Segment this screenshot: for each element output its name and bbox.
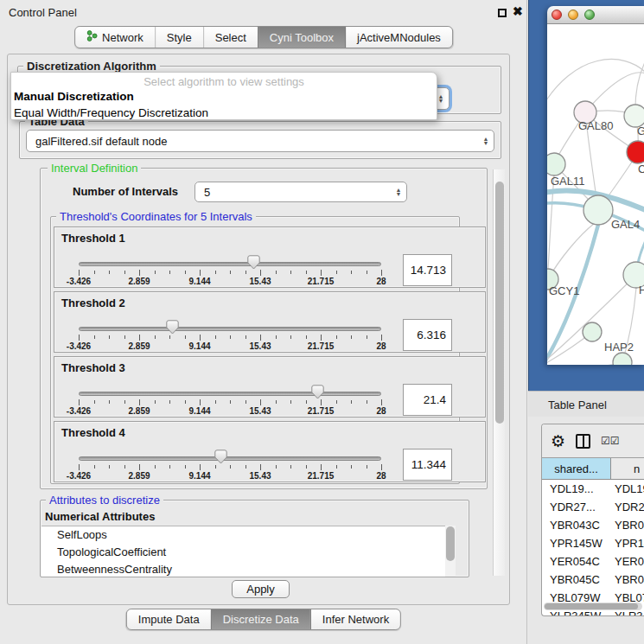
slider-tick bbox=[230, 465, 231, 469]
attributes-scrollbar[interactable] bbox=[445, 526, 456, 577]
slider-tick-label: 28 bbox=[376, 471, 386, 481]
gear-icon[interactable]: ⚙ bbox=[551, 433, 565, 450]
attributes-scrollbar-thumb[interactable] bbox=[446, 526, 455, 561]
table-row[interactable]: YBR043CYBR043C bbox=[542, 516, 644, 534]
table-row[interactable]: YER054CYER054C bbox=[542, 552, 644, 571]
slider-track[interactable] bbox=[79, 327, 381, 331]
bottom-tab-discretize-data[interactable]: Discretize Data bbox=[211, 609, 310, 629]
slider-tick-label: 2.859 bbox=[128, 471, 150, 481]
slider-tick bbox=[230, 400, 231, 404]
discretization-algorithm-title: Discretization Algorithm bbox=[23, 60, 160, 73]
threshold-panel-2: Threshold 2-3.4262.8599.14415.4321.71528… bbox=[54, 291, 486, 353]
slider-tick bbox=[169, 465, 170, 469]
float-window-icon[interactable] bbox=[498, 9, 507, 17]
slider-track[interactable] bbox=[79, 456, 381, 461]
bottom-tab-infer-network[interactable]: Infer Network bbox=[310, 609, 400, 629]
slider-track[interactable] bbox=[79, 262, 381, 266]
panel-scrollbar[interactable] bbox=[493, 169, 505, 576]
tab-cyni-toolbox[interactable]: Cyni Toolbox bbox=[258, 27, 345, 48]
cell-name: YPR145W bbox=[611, 534, 644, 552]
threshold-value-field[interactable]: 11.344 bbox=[403, 449, 452, 481]
close-traffic-light-icon[interactable] bbox=[552, 10, 562, 20]
cell-name: YDL19 bbox=[611, 480, 644, 498]
slider-thumb[interactable] bbox=[247, 255, 260, 270]
threshold-value-field[interactable]: 21.4 bbox=[403, 384, 452, 416]
attribute-item[interactable]: TopologicalCoefficient bbox=[41, 544, 445, 561]
slider-thumb[interactable] bbox=[214, 450, 227, 464]
zoom-traffic-light-icon[interactable] bbox=[584, 10, 595, 20]
slider-thumb[interactable] bbox=[166, 320, 179, 335]
table-row[interactable]: YPR145WYPR145W bbox=[542, 534, 644, 552]
tab-style[interactable]: Style bbox=[155, 27, 203, 48]
attribute-item[interactable]: SelfLoops bbox=[41, 526, 445, 544]
slider-tick bbox=[381, 335, 382, 341]
slider-tick-label: 28 bbox=[376, 341, 386, 351]
table-row[interactable]: YDL19...YDL19 bbox=[542, 480, 644, 498]
algorithm-option-equal-width-frequency-discretization[interactable]: Equal Width/Frequency Discretization bbox=[11, 105, 437, 120]
network-window-titlebar[interactable] bbox=[547, 6, 644, 24]
slider-track[interactable] bbox=[79, 392, 381, 396]
threshold-value-field[interactable]: 14.713 bbox=[403, 254, 452, 286]
tab-label: Impute Data bbox=[138, 613, 200, 626]
slider-tick bbox=[109, 335, 110, 339]
slider-tick bbox=[155, 335, 156, 339]
table-panel-header: Table Panel bbox=[528, 391, 644, 417]
column-layout-icon[interactable] bbox=[576, 434, 590, 449]
slider-tick bbox=[306, 465, 307, 469]
slider-tick bbox=[306, 400, 307, 404]
network-node-partial[interactable] bbox=[613, 353, 632, 365]
network-node-GAL11[interactable] bbox=[547, 153, 565, 175]
slider-tick-label: 15.43 bbox=[249, 471, 271, 481]
slider-tick-label: 28 bbox=[376, 277, 386, 286]
slider-tick bbox=[351, 271, 352, 274]
tab-jactivemnodules[interactable]: jActiveMNodules bbox=[345, 27, 452, 48]
algorithm-option-manual-discretization[interactable]: Manual Discretization bbox=[11, 88, 437, 105]
tab-label: Select bbox=[215, 31, 246, 44]
tab-label: Cyni Toolbox bbox=[270, 31, 334, 44]
slider-tick bbox=[124, 271, 125, 274]
bottom-tab-impute-data[interactable]: Impute Data bbox=[127, 609, 211, 629]
attribute-item[interactable]: BetweennessCentrality bbox=[41, 561, 445, 577]
table-data-combo[interactable]: galFiltered.sif default node ▲▼ bbox=[26, 130, 494, 152]
slider-tick bbox=[290, 465, 291, 469]
column-header-name[interactable]: n bbox=[611, 458, 644, 479]
cell-name: YBR043C bbox=[611, 516, 644, 534]
minimize-traffic-light-icon[interactable] bbox=[568, 10, 578, 20]
network-view[interactable]: GAL80GACGAL11GAL4GCY1HHAP2 bbox=[547, 24, 644, 365]
slider-tick bbox=[109, 400, 110, 404]
tab-label: Network bbox=[102, 31, 143, 44]
table-hscrollbar-thumb[interactable] bbox=[545, 603, 638, 609]
slider-tick bbox=[260, 335, 261, 341]
tab-label: jActiveMNodules bbox=[357, 31, 441, 44]
table-row[interactable]: YDR27...YDR27 bbox=[542, 498, 644, 516]
network-node-HAP2[interactable] bbox=[583, 322, 602, 341]
slider-tick bbox=[290, 271, 291, 274]
tab-select[interactable]: Select bbox=[203, 27, 258, 48]
panel-scrollbar-thumb[interactable] bbox=[495, 182, 504, 424]
table-row[interactable]: YBR045CYBR045C bbox=[542, 571, 644, 589]
slider-tick-label: 15.43 bbox=[249, 277, 271, 286]
slider-tick bbox=[169, 335, 170, 339]
table-toolbar: ⚙ ☑☑ bbox=[542, 424, 644, 457]
slider-tick bbox=[321, 399, 322, 405]
slider-tick-label: 2.859 bbox=[128, 341, 150, 351]
slider-thumb[interactable] bbox=[311, 385, 324, 399]
network-node-GAL4[interactable] bbox=[583, 195, 613, 225]
apply-button[interactable]: Apply bbox=[232, 580, 290, 598]
close-icon[interactable]: ✖ bbox=[513, 4, 523, 18]
slider-tick-label: -3.426 bbox=[67, 341, 91, 351]
checkbox-select-icon[interactable]: ☑☑ bbox=[601, 435, 620, 447]
threshold-panel-1: Threshold 1-3.4262.8599.14415.4321.71528… bbox=[54, 226, 486, 288]
slider-tick bbox=[94, 271, 95, 274]
tab-network[interactable]: Network bbox=[75, 27, 155, 48]
slider-tick-label: 15.43 bbox=[249, 341, 271, 351]
slider-tick bbox=[139, 335, 140, 341]
slider-tick bbox=[290, 335, 291, 339]
threshold-value-field[interactable]: 6.316 bbox=[403, 319, 452, 351]
network-node-C[interactable] bbox=[627, 141, 644, 163]
number-of-intervals-combo[interactable]: 5 ▲▼ bbox=[194, 182, 407, 202]
table-hscrollbar[interactable] bbox=[544, 603, 642, 610]
column-header-shared-name[interactable]: shared... bbox=[542, 458, 611, 479]
slider-tick-label: -3.426 bbox=[67, 406, 91, 416]
slider-tick bbox=[381, 399, 382, 405]
